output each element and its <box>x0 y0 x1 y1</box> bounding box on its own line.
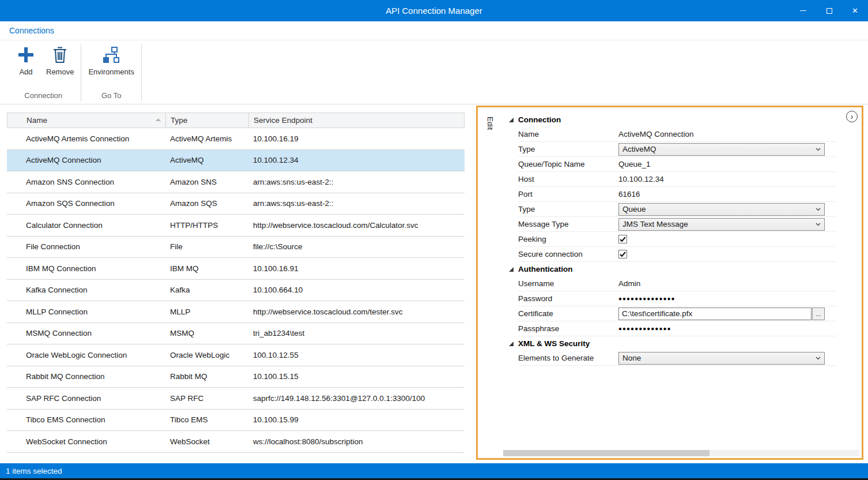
row-type-cell: WebSocket <box>165 437 248 446</box>
row-name-cell: Calculator Connection <box>7 221 165 230</box>
password-field[interactable]: ●●●●●●●●●●●●●● <box>618 295 675 302</box>
horizontal-scrollbar[interactable] <box>503 450 859 456</box>
section-title: Connection <box>518 115 561 124</box>
expanded-icon[interactable] <box>509 267 514 272</box>
tab-connections[interactable]: Connections <box>9 26 54 35</box>
section-header[interactable]: XML & WS Security <box>502 336 862 351</box>
table-row[interactable]: ActiveMQ Artemis Connection ActiveMQ Art… <box>7 128 465 150</box>
row-name-cell: ActiveMQ Connection <box>7 156 165 164</box>
row-endpoint-cell: 10.100.15.99 <box>248 415 465 424</box>
add-button[interactable]: Add <box>9 43 43 77</box>
property-row: Certificate C:\test\certificate.pfx ... <box>518 306 836 321</box>
checkbox[interactable] <box>618 235 627 243</box>
row-type-cell: Oracle WebLogic <box>165 351 248 359</box>
row-name-cell: MSMQ Connection <box>7 329 165 337</box>
property-text-value[interactable]: 10.100.12.34 <box>618 175 664 183</box>
property-label: Name <box>518 130 618 138</box>
property-row: Type ActiveMQ <box>518 142 836 157</box>
password-field[interactable]: ●●●●●●●●●●●●● <box>618 325 671 332</box>
column-header-name[interactable]: Name <box>7 113 166 127</box>
minimize-icon <box>800 10 806 11</box>
property-label: Secure connection <box>518 250 618 258</box>
row-type-cell: ActiveMQ <box>165 156 248 164</box>
property-value-area: C:\test\certificate.pfx ... <box>618 308 836 320</box>
section-header[interactable]: Authentication <box>502 262 862 276</box>
row-type-cell: MLLP <box>165 308 248 316</box>
certificate-input[interactable]: C:\test\certificate.pfx <box>618 308 812 320</box>
table-row[interactable]: Rabbit MQ Connection Rabbit MQ 10.100.15… <box>7 366 465 388</box>
property-row: Queue/Topic Name Queue_1 <box>518 157 836 172</box>
dropdown[interactable]: Queue <box>618 203 825 216</box>
property-text-value[interactable]: Queue_1 <box>618 160 651 168</box>
chevron-down-icon <box>816 148 821 151</box>
property-value-area <box>618 250 836 258</box>
expanded-icon[interactable] <box>509 118 514 122</box>
column-header-endpoint[interactable]: Service Endpoint <box>249 113 464 127</box>
goto-group-buttons: Environments <box>81 40 141 91</box>
row-endpoint-cell: saprfc://149.148.12.56:3301@127.0.0.1:33… <box>248 394 465 403</box>
ribbon-group-connection: Add <box>6 40 81 104</box>
section-header[interactable]: Connection <box>502 112 862 127</box>
minimize-button[interactable] <box>790 0 816 21</box>
table-row[interactable]: Oracle WebLogic Connection Oracle WebLog… <box>7 344 465 366</box>
row-name-cell: Oracle WebLogic Connection <box>7 351 165 359</box>
scrollbar-thumb[interactable] <box>503 450 710 456</box>
connections-table-body: ActiveMQ Artemis Connection ActiveMQ Art… <box>7 128 465 453</box>
expanded-icon[interactable] <box>509 342 514 346</box>
close-icon: ✕ <box>852 7 858 14</box>
table-row[interactable]: WebSocket Connection WebSocket ws://loca… <box>7 431 465 453</box>
row-endpoint-cell: arn:aws:sqs:us-east-2:: <box>248 199 465 208</box>
property-row: Host 10.100.12.34 <box>518 172 836 187</box>
table-row[interactable]: MLLP Connection MLLP http://webservice.t… <box>7 301 465 323</box>
maximize-button[interactable] <box>816 0 842 21</box>
property-text-value[interactable]: ActiveMQ Connection <box>618 130 694 138</box>
table-row[interactable]: Amazon SNS Connection Amazon SNS arn:aws… <box>7 171 465 193</box>
property-text-value[interactable]: Admin <box>618 279 640 288</box>
window-controls: ✕ <box>790 0 868 21</box>
table-row[interactable]: SAP RFC Connection SAP RFC saprfc://149.… <box>7 388 465 410</box>
collapse-panel-button[interactable]: › <box>846 111 858 122</box>
dropdown-selected-value: Queue <box>622 205 812 213</box>
table-row[interactable]: ActiveMQ Connection ActiveMQ 10.100.12.3… <box>7 150 465 172</box>
environments-button[interactable]: Environments <box>85 43 137 77</box>
plus-icon <box>17 44 35 65</box>
table-row[interactable]: File Connection File file://c:\Source <box>7 237 465 258</box>
checkbox[interactable] <box>618 250 627 258</box>
column-header-type[interactable]: Type <box>166 113 249 127</box>
row-type-cell: ActiveMQ Artemis <box>165 134 248 143</box>
table-row[interactable]: Tibco EMS Connection Tibco EMS 10.100.15… <box>7 410 465 432</box>
row-endpoint-cell: file://c:\Source <box>248 242 465 251</box>
row-endpoint-cell: 100.10.12.55 <box>248 351 465 359</box>
property-value-area: Admin <box>618 279 836 288</box>
property-value-area <box>618 235 836 243</box>
table-row[interactable]: Amazon SQS Connection Amazon SQS arn:aws… <box>7 193 465 215</box>
table-row[interactable]: Calculator Connection HTTP/HTTPS http://… <box>7 215 465 237</box>
browse-button[interactable]: ... <box>812 308 825 320</box>
table-row[interactable]: MSMQ Connection MSMQ tri_ab1234\test <box>7 323 465 345</box>
table-row[interactable]: IBM MQ Connection IBM MQ 10.100.16.91 <box>7 258 465 280</box>
property-row: Elements to Generate None <box>518 351 836 366</box>
edit-tab-strip: Edit <box>478 107 502 458</box>
ribbon-group-goto: Environments Go To <box>81 40 141 104</box>
dropdown[interactable]: JMS Text Message <box>618 218 825 231</box>
ribbon: Connections Add <box>0 21 868 104</box>
property-value-area: JMS Text Message <box>618 218 836 231</box>
table-row[interactable]: Kafka Connection Kafka 10.100.664.10 <box>7 280 465 302</box>
row-endpoint-cell: arn:aws:sns:us-east-2:: <box>248 178 465 186</box>
row-name-cell: File Connection <box>7 242 165 251</box>
remove-button[interactable]: Remove <box>43 43 77 77</box>
section-title: XML & WS Security <box>518 339 590 348</box>
property-text-value[interactable]: 61616 <box>618 190 640 198</box>
checkmark-icon <box>620 237 626 242</box>
property-value-area: Queue <box>618 203 836 216</box>
close-button[interactable]: ✕ <box>842 0 868 21</box>
dropdown[interactable]: None <box>618 352 825 365</box>
dropdown[interactable]: ActiveMQ <box>618 143 825 156</box>
chevron-down-icon <box>816 223 821 226</box>
property-label: Certificate <box>518 309 618 318</box>
property-row: Port 61616 <box>518 187 836 202</box>
table-header: Name Type Service Endpoint <box>7 112 465 128</box>
main-area: Name Type Service Endpoint ActiveMQ Arte… <box>0 104 868 463</box>
row-endpoint-cell: ws://localhost:8080/subscription <box>248 437 465 446</box>
row-endpoint-cell: 10.100.664.10 <box>248 286 465 294</box>
